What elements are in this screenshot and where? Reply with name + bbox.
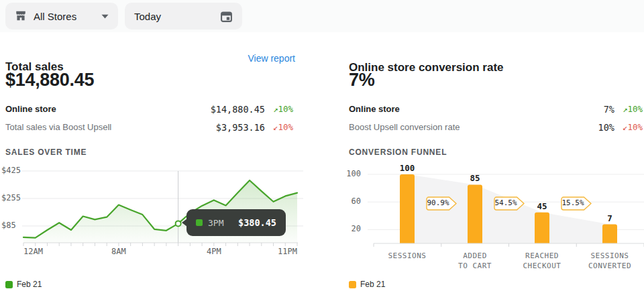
funnel-bar-value: 100 — [387, 163, 427, 173]
change-up-indicator: ↗10% — [614, 104, 643, 114]
metric-label: Online store — [5, 104, 56, 114]
x-axis-label: 4PM — [197, 247, 231, 256]
y-axis-label: 100 — [341, 169, 361, 178]
view-report-link[interactable]: View report — [236, 53, 295, 64]
badge-percentage: 90.9% — [426, 198, 451, 207]
total-sales-value: $14,880.45 — [5, 70, 94, 91]
conversion-rate-badge: 90.9% — [426, 196, 457, 211]
sales-over-time-chart — [0, 164, 305, 251]
y-axis-label: $255 — [1, 193, 28, 203]
funnel-bar-value: 7 — [590, 213, 630, 223]
chart-tooltip: 3PM $380.45 — [186, 209, 286, 236]
storefront-icon — [15, 10, 27, 22]
funnel-bar — [400, 174, 415, 243]
y-axis-label: 60 — [341, 196, 361, 206]
metric-value: $14,880.45 — [56, 104, 265, 115]
x-axis-label: 11PM — [264, 247, 297, 256]
y-axis-label: $85 — [1, 221, 28, 230]
funnel-category-label: SESSIONSCONVERTED — [573, 251, 644, 271]
total-sales-breakdown: Online store$14,880.45↗10%Total sales vi… — [5, 100, 293, 136]
metric-row: Boost Upsell conversion rate10%↙10% — [349, 118, 643, 136]
y-axis-label: 20 — [341, 224, 361, 233]
conversion-breakdown: Online store7%↗10%Boost Upsell conversio… — [349, 100, 643, 136]
topbar: All Stores Today — [0, 0, 644, 32]
category-label-line: SESSIONS — [370, 251, 444, 261]
chevron-down-icon — [101, 14, 109, 19]
sales-legend-label: Feb 21 — [17, 280, 42, 289]
x-axis-label: 12AM — [23, 247, 57, 256]
category-label-line: CONVERTED — [573, 261, 644, 271]
change-down-indicator: ↙10% — [265, 122, 293, 132]
funnel-bar — [535, 213, 549, 243]
metric-value: 10% — [460, 122, 614, 133]
funnel-bar-value: 45 — [522, 201, 562, 211]
category-label-line: ADDED — [438, 251, 512, 261]
y-axis-label: $425 — [1, 166, 28, 175]
change-down-indicator: ↙10% — [614, 122, 643, 132]
funnel-bar — [602, 225, 617, 243]
metric-label: Online store — [349, 104, 400, 114]
badge-percentage: 15.5% — [561, 198, 586, 207]
hover-point-marker — [176, 221, 181, 226]
metric-value: $3,953.16 — [111, 122, 265, 133]
sales-over-time-header: SALES OVER TIME — [5, 148, 87, 157]
x-axis-label: 8AM — [102, 247, 136, 256]
sales-chart-legend: Feb 21 — [5, 280, 42, 289]
metric-label: Boost Upsell conversion rate — [349, 122, 460, 132]
metric-value: 7% — [400, 104, 614, 115]
store-selector-label: All Stores — [34, 11, 76, 22]
category-label-line: SESSIONS — [573, 251, 644, 261]
conversion-rate-badge: 54.5% — [494, 196, 525, 211]
orange-legend-swatch — [349, 281, 356, 288]
store-selector-button[interactable]: All Stores — [5, 3, 118, 30]
date-range-label: Today — [134, 11, 161, 22]
tooltip-series-swatch — [196, 219, 203, 226]
change-up-indicator: ↗10% — [265, 104, 293, 114]
category-label-line: TO CART — [438, 261, 512, 271]
conversion-rate-badge: 15.5% — [561, 196, 592, 211]
tooltip-time: 3PM — [208, 218, 223, 228]
metric-row: Online store$14,880.45↗10% — [5, 100, 293, 118]
metric-row: Total sales via Boost Upsell$3,953.16↙10… — [5, 118, 293, 136]
metric-label: Total sales via Boost Upsell — [5, 122, 111, 132]
conversion-rate-value: 7% — [349, 70, 374, 91]
date-range-button[interactable]: Today — [125, 3, 242, 30]
funnel-category-label: ADDEDTO CART — [438, 251, 512, 271]
funnel-category-label: REACHEDCHECKOUT — [505, 251, 579, 271]
funnel-category-label: SESSIONS — [370, 251, 444, 261]
funnel-legend-label: Feb 21 — [360, 280, 385, 289]
green-legend-swatch — [5, 281, 13, 288]
category-label-line: REACHED — [505, 251, 579, 261]
badge-percentage: 54.5% — [494, 198, 519, 207]
funnel-bar-value: 85 — [455, 173, 495, 183]
tooltip-value: $380.45 — [238, 217, 276, 228]
category-label-line: CHECKOUT — [505, 261, 579, 271]
funnel-chart-legend: Feb 21 — [349, 280, 385, 289]
metric-row: Online store7%↗10% — [349, 100, 643, 118]
calendar-icon — [220, 10, 233, 23]
conversion-funnel-header: CONVERSION FUNNEL — [349, 148, 447, 157]
funnel-bar — [468, 184, 482, 243]
